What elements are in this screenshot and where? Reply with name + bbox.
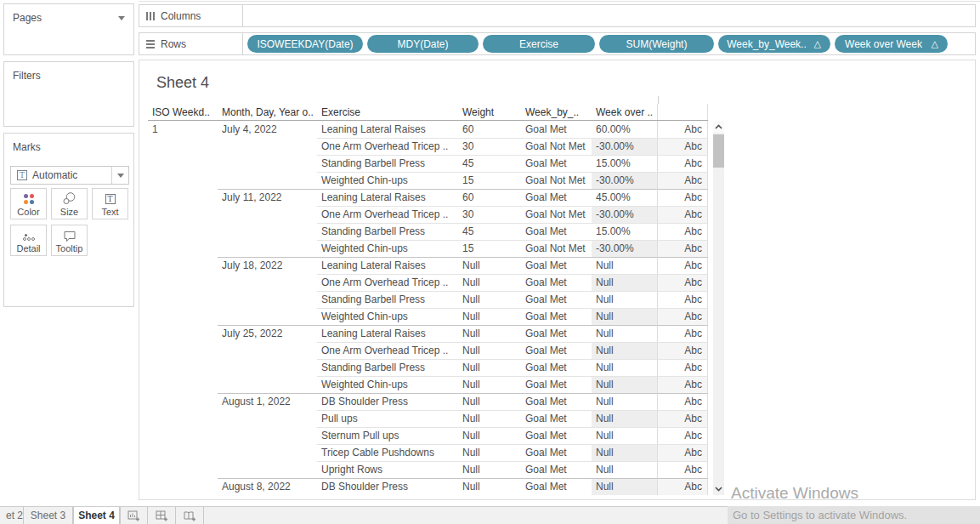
- cell-week-over-week[interactable]: Null: [592, 325, 658, 342]
- text-button[interactable]: T Text: [92, 188, 128, 219]
- cell-week-by-week[interactable]: Goal Met: [521, 257, 592, 274]
- cell-weight[interactable]: Null: [458, 410, 521, 427]
- cell-exercise[interactable]: Upright Rows: [317, 461, 458, 478]
- cell-date[interactable]: [218, 359, 317, 376]
- cell-week-over-week[interactable]: 15.00%: [592, 223, 658, 240]
- cell-week-by-week[interactable]: Goal Met: [521, 155, 592, 172]
- pages-shelf[interactable]: Pages: [3, 3, 134, 55]
- cell-exercise[interactable]: Standing Barbell Press: [317, 359, 458, 376]
- cell-week-by-week[interactable]: Goal Met: [521, 189, 592, 206]
- cell-mark-abc[interactable]: Abc: [658, 223, 708, 240]
- cell-week-by-week[interactable]: Goal Met: [521, 223, 592, 240]
- cell-mark-abc[interactable]: Abc: [658, 189, 708, 206]
- cell-week-by-week[interactable]: Goal Not Met: [521, 138, 592, 155]
- cell-weight[interactable]: Null: [458, 427, 521, 444]
- cell-iso-weekday[interactable]: [148, 257, 218, 274]
- cell-mark-abc[interactable]: Abc: [658, 155, 708, 172]
- cell-week-over-week[interactable]: Null: [592, 291, 658, 308]
- pill-isoweekday-date[interactable]: ISOWEEKDAY(Date): [247, 35, 363, 53]
- cell-weight[interactable]: Null: [458, 291, 521, 308]
- cell-date[interactable]: [218, 410, 317, 427]
- pill-week-over-week[interactable]: Week over Week△: [835, 35, 948, 53]
- cell-iso-weekday[interactable]: [148, 461, 218, 478]
- scroll-up-icon[interactable]: [713, 121, 724, 133]
- cell-week-over-week[interactable]: Null: [592, 257, 658, 274]
- scrollbar-thumb[interactable]: [713, 134, 724, 168]
- cell-week-over-week[interactable]: Null: [592, 461, 658, 478]
- cell-exercise[interactable]: One Arm Overhead Tricep ..: [317, 342, 458, 359]
- cell-weight[interactable]: Null: [458, 257, 521, 274]
- mark-type-caret[interactable]: [111, 167, 128, 184]
- cell-week-by-week[interactable]: Goal Met: [521, 444, 592, 461]
- col-header-iso-weekday[interactable]: ISO Weekd..: [148, 104, 218, 120]
- cell-exercise[interactable]: Leaning Lateral Raises: [317, 189, 458, 206]
- cell-exercise[interactable]: Standing Barbell Press: [317, 155, 458, 172]
- cell-iso-weekday[interactable]: [148, 223, 218, 240]
- scroll-down-icon[interactable]: [713, 483, 724, 495]
- cell-exercise[interactable]: Weighted Chin-ups: [317, 308, 458, 325]
- cell-weight[interactable]: 45: [458, 155, 521, 172]
- tab-sheet-4[interactable]: Sheet 4: [73, 507, 120, 524]
- cell-iso-weekday[interactable]: [148, 325, 218, 342]
- col-header-week-over-week[interactable]: Week over ..: [592, 104, 658, 120]
- cell-exercise[interactable]: Leaning Lateral Raises: [317, 121, 458, 138]
- cell-week-over-week[interactable]: Null: [592, 376, 658, 393]
- cell-exercise[interactable]: DB Shoulder Press: [317, 478, 458, 495]
- cell-weight[interactable]: Null: [458, 478, 521, 495]
- color-button[interactable]: Color: [10, 188, 47, 219]
- chevron-down-icon[interactable]: [118, 16, 125, 20]
- cell-date[interactable]: July 11, 2022: [218, 189, 317, 206]
- cell-weight[interactable]: Null: [458, 359, 521, 376]
- cell-exercise[interactable]: One Arm Overhead Tricep ..: [317, 138, 458, 155]
- pill-exercise[interactable]: Exercise: [483, 35, 595, 53]
- cell-weight[interactable]: 60: [458, 121, 521, 138]
- cell-mark-abc[interactable]: Abc: [658, 257, 708, 274]
- cell-week-by-week[interactable]: Goal Met: [521, 325, 592, 342]
- cell-iso-weekday[interactable]: [148, 444, 218, 461]
- cell-week-over-week[interactable]: Null: [592, 342, 658, 359]
- cell-week-over-week[interactable]: Null: [592, 427, 658, 444]
- cell-exercise[interactable]: Weighted Chin-ups: [317, 240, 458, 257]
- cell-mark-abc[interactable]: Abc: [658, 308, 708, 325]
- mark-type-dropdown[interactable]: T Automatic: [10, 166, 129, 185]
- cell-date[interactable]: [218, 240, 317, 257]
- cell-date[interactable]: [218, 308, 317, 325]
- cell-mark-abc[interactable]: Abc: [658, 461, 708, 478]
- cell-date[interactable]: July 4, 2022: [218, 121, 317, 138]
- cell-week-over-week[interactable]: Null: [592, 478, 658, 495]
- cell-date[interactable]: August 8, 2022: [218, 478, 317, 495]
- cell-weight[interactable]: Null: [458, 274, 521, 291]
- cell-weight[interactable]: Null: [458, 376, 521, 393]
- cell-weight[interactable]: Null: [458, 393, 521, 410]
- cell-mark-abc[interactable]: Abc: [658, 376, 708, 393]
- cell-exercise[interactable]: DB Shoulder Press: [317, 393, 458, 410]
- cell-week-over-week[interactable]: Null: [592, 274, 658, 291]
- cell-week-by-week[interactable]: Goal Met: [521, 376, 592, 393]
- cell-week-over-week[interactable]: Null: [592, 359, 658, 376]
- cell-mark-abc[interactable]: Abc: [658, 359, 708, 376]
- cell-date[interactable]: [218, 155, 317, 172]
- cell-date[interactable]: [218, 206, 317, 223]
- cell-date[interactable]: [218, 291, 317, 308]
- cell-mark-abc[interactable]: Abc: [658, 478, 708, 495]
- cell-date[interactable]: July 18, 2022: [218, 257, 317, 274]
- cell-week-by-week[interactable]: Goal Met: [521, 308, 592, 325]
- cell-iso-weekday[interactable]: [148, 240, 218, 257]
- cell-weight[interactable]: Null: [458, 461, 521, 478]
- cell-week-over-week[interactable]: -30.00%: [592, 138, 658, 155]
- cell-week-over-week[interactable]: Null: [592, 444, 658, 461]
- cell-iso-weekday[interactable]: [148, 427, 218, 444]
- size-button[interactable]: Size: [51, 188, 88, 219]
- cell-week-over-week[interactable]: -30.00%: [592, 172, 658, 189]
- col-header-date[interactable]: Month, Day, Year o..: [218, 104, 317, 120]
- cell-mark-abc[interactable]: Abc: [658, 240, 708, 257]
- col-header-exercise[interactable]: Exercise: [317, 104, 458, 120]
- cell-date[interactable]: [218, 274, 317, 291]
- cell-exercise[interactable]: Weighted Chin-ups: [317, 376, 458, 393]
- cell-mark-abc[interactable]: Abc: [658, 138, 708, 155]
- tooltip-button[interactable]: Tooltip: [51, 225, 88, 256]
- cell-date[interactable]: [218, 342, 317, 359]
- cell-week-by-week[interactable]: Goal Met: [521, 478, 592, 495]
- cell-exercise[interactable]: Tricep Cable Pushdowns: [317, 444, 458, 461]
- cell-week-over-week[interactable]: Null: [592, 308, 658, 325]
